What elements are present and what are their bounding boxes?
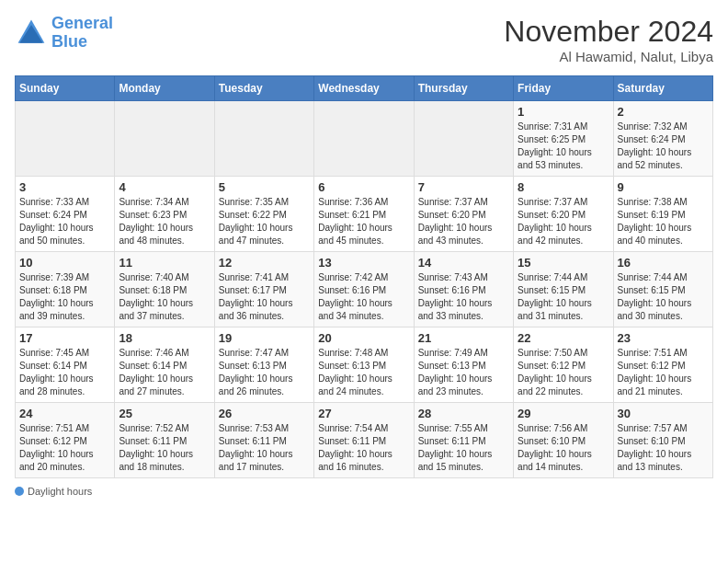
calendar-cell [214,101,313,177]
legend-daylight: Daylight hours [15,486,92,497]
day-info: Sunrise: 7:43 AM Sunset: 6:16 PM Dayligh… [418,271,509,323]
calendar-cell: 6Sunrise: 7:36 AM Sunset: 6:21 PM Daylig… [314,177,414,252]
day-number: 23 [618,331,709,345]
calendar-cell: 18Sunrise: 7:46 AM Sunset: 6:14 PM Dayli… [115,327,214,403]
day-info: Sunrise: 7:51 AM Sunset: 6:12 PM Dayligh… [19,422,110,474]
day-info: Sunrise: 7:57 AM Sunset: 6:10 PM Dayligh… [618,422,709,474]
day-info: Sunrise: 7:35 AM Sunset: 6:22 PM Dayligh… [219,196,310,247]
day-number: 18 [119,331,210,345]
calendar-cell: 19Sunrise: 7:47 AM Sunset: 6:13 PM Dayli… [214,327,313,403]
day-number: 7 [418,180,509,194]
calendar-cell: 10Sunrise: 7:39 AM Sunset: 6:18 PM Dayli… [16,252,115,327]
calendar-cell: 12Sunrise: 7:41 AM Sunset: 6:17 PM Dayli… [214,252,313,327]
logo: General Blue [15,15,113,52]
logo-line1: General [51,14,113,32]
day-number: 24 [19,407,110,420]
day-info: Sunrise: 7:33 AM Sunset: 6:24 PM Dayligh… [19,196,110,247]
day-number: 6 [318,180,409,194]
day-number: 27 [318,407,409,420]
calendar-week-1: 3Sunrise: 7:33 AM Sunset: 6:24 PM Daylig… [16,177,713,252]
day-number: 29 [518,407,609,420]
day-info: Sunrise: 7:45 AM Sunset: 6:14 PM Dayligh… [19,347,110,398]
header-row: Sunday Monday Tuesday Wednesday Thursday… [16,76,713,101]
calendar-cell: 16Sunrise: 7:44 AM Sunset: 6:15 PM Dayli… [613,252,712,327]
col-friday: Friday [514,76,613,101]
day-info: Sunrise: 7:31 AM Sunset: 6:25 PM Dayligh… [518,121,609,172]
calendar-cell: 26Sunrise: 7:53 AM Sunset: 6:11 PM Dayli… [214,403,313,478]
day-number: 11 [119,256,210,270]
col-thursday: Thursday [414,76,513,101]
logo-icon [15,17,48,50]
day-number: 12 [219,256,310,270]
day-number: 17 [19,331,110,345]
calendar-week-3: 17Sunrise: 7:45 AM Sunset: 6:14 PM Dayli… [16,327,713,403]
day-info: Sunrise: 7:47 AM Sunset: 6:13 PM Dayligh… [219,347,310,398]
day-info: Sunrise: 7:38 AM Sunset: 6:19 PM Dayligh… [618,196,709,247]
title-block: November 2024 Al Hawamid, Nalut, Libya [504,15,713,64]
day-info: Sunrise: 7:50 AM Sunset: 6:12 PM Dayligh… [518,347,609,398]
day-number: 22 [518,331,609,345]
day-info: Sunrise: 7:54 AM Sunset: 6:11 PM Dayligh… [318,422,409,474]
calendar-cell: 9Sunrise: 7:38 AM Sunset: 6:19 PM Daylig… [613,177,712,252]
col-wednesday: Wednesday [314,76,414,101]
day-number: 13 [318,256,409,270]
calendar-cell: 8Sunrise: 7:37 AM Sunset: 6:20 PM Daylig… [514,177,613,252]
calendar-cell: 17Sunrise: 7:45 AM Sunset: 6:14 PM Dayli… [16,327,115,403]
day-number: 19 [219,331,310,345]
calendar-cell: 21Sunrise: 7:49 AM Sunset: 6:13 PM Dayli… [414,327,513,403]
day-info: Sunrise: 7:36 AM Sunset: 6:21 PM Dayligh… [318,196,409,247]
calendar-cell: 25Sunrise: 7:52 AM Sunset: 6:11 PM Dayli… [115,403,214,478]
day-info: Sunrise: 7:39 AM Sunset: 6:18 PM Dayligh… [19,271,110,323]
calendar-week-0: 1Sunrise: 7:31 AM Sunset: 6:25 PM Daylig… [16,101,713,177]
day-info: Sunrise: 7:46 AM Sunset: 6:14 PM Dayligh… [119,347,210,398]
day-number: 25 [119,407,210,420]
calendar-cell: 1Sunrise: 7:31 AM Sunset: 6:25 PM Daylig… [514,101,613,177]
calendar-cell [314,101,414,177]
calendar-cell: 28Sunrise: 7:55 AM Sunset: 6:11 PM Dayli… [414,403,513,478]
calendar-cell: 20Sunrise: 7:48 AM Sunset: 6:13 PM Dayli… [314,327,414,403]
day-number: 15 [518,256,609,270]
logo-line2: Blue [51,32,87,51]
day-number: 26 [219,407,310,420]
day-number: 28 [418,407,509,420]
day-info: Sunrise: 7:44 AM Sunset: 6:15 PM Dayligh… [518,271,609,323]
calendar-cell [115,101,214,177]
calendar-cell [16,101,115,177]
location: Al Hawamid, Nalut, Libya [504,49,713,64]
calendar-cell: 5Sunrise: 7:35 AM Sunset: 6:22 PM Daylig… [214,177,313,252]
day-info: Sunrise: 7:56 AM Sunset: 6:10 PM Dayligh… [518,422,609,474]
calendar-cell: 22Sunrise: 7:50 AM Sunset: 6:12 PM Dayli… [514,327,613,403]
legend-daylight-label: Daylight hours [28,486,92,497]
day-number: 5 [219,180,310,194]
day-number: 20 [318,331,409,345]
day-info: Sunrise: 7:51 AM Sunset: 6:12 PM Dayligh… [618,347,709,398]
calendar-cell: 24Sunrise: 7:51 AM Sunset: 6:12 PM Dayli… [16,403,115,478]
day-info: Sunrise: 7:37 AM Sunset: 6:20 PM Dayligh… [418,196,509,247]
day-info: Sunrise: 7:34 AM Sunset: 6:23 PM Dayligh… [119,196,210,247]
logo-text: General Blue [51,15,113,52]
day-info: Sunrise: 7:37 AM Sunset: 6:20 PM Dayligh… [518,196,609,247]
day-number: 16 [618,256,709,270]
day-number: 14 [418,256,509,270]
col-monday: Monday [115,76,214,101]
calendar-cell: 30Sunrise: 7:57 AM Sunset: 6:10 PM Dayli… [613,403,712,478]
calendar-cell: 15Sunrise: 7:44 AM Sunset: 6:15 PM Dayli… [514,252,613,327]
calendar-cell: 27Sunrise: 7:54 AM Sunset: 6:11 PM Dayli… [314,403,414,478]
calendar-table: Sunday Monday Tuesday Wednesday Thursday… [15,75,713,478]
day-info: Sunrise: 7:48 AM Sunset: 6:13 PM Dayligh… [318,347,409,398]
calendar-cell: 29Sunrise: 7:56 AM Sunset: 6:10 PM Dayli… [514,403,613,478]
day-info: Sunrise: 7:41 AM Sunset: 6:17 PM Dayligh… [219,271,310,323]
calendar-cell: 7Sunrise: 7:37 AM Sunset: 6:20 PM Daylig… [414,177,513,252]
calendar-week-2: 10Sunrise: 7:39 AM Sunset: 6:18 PM Dayli… [16,252,713,327]
day-info: Sunrise: 7:32 AM Sunset: 6:24 PM Dayligh… [618,121,709,172]
day-number: 9 [618,180,709,194]
day-info: Sunrise: 7:42 AM Sunset: 6:16 PM Dayligh… [318,271,409,323]
calendar-cell [414,101,513,177]
day-info: Sunrise: 7:44 AM Sunset: 6:15 PM Dayligh… [618,271,709,323]
calendar-cell: 11Sunrise: 7:40 AM Sunset: 6:18 PM Dayli… [115,252,214,327]
day-number: 1 [518,105,609,119]
calendar-cell: 4Sunrise: 7:34 AM Sunset: 6:23 PM Daylig… [115,177,214,252]
calendar-cell: 3Sunrise: 7:33 AM Sunset: 6:24 PM Daylig… [16,177,115,252]
page-header: General Blue November 2024 Al Hawamid, N… [15,15,713,64]
col-saturday: Saturday [613,76,712,101]
